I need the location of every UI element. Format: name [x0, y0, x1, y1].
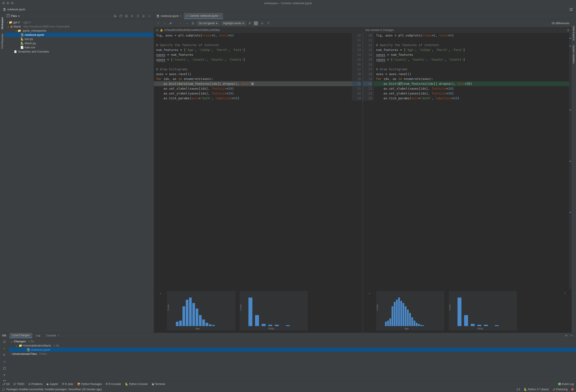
commit-icon[interactable]: ✔	[2, 346, 7, 351]
target-icon[interactable]	[124, 14, 129, 18]
data-explorer-tool-button[interactable]: Data Explorer	[573, 26, 575, 41]
diff-icon[interactable]: ⇄	[2, 360, 7, 364]
tab-console[interactable]: Console ×	[44, 333, 62, 338]
next-change-icon[interactable]: →	[185, 21, 189, 26]
error-indicator-icon[interactable]	[571, 388, 574, 391]
refresh-icon[interactable]	[118, 14, 123, 18]
git-branch-button[interactable]: ⎇ finetuning	[552, 388, 568, 391]
open-external-icon[interactable]	[569, 7, 573, 12]
close-icon[interactable]: ×	[180, 15, 181, 18]
rconsole-tool-button[interactable]: R R Console	[106, 383, 121, 386]
diff-viewer[interactable]: fig, axes = plt.subplots(nrows=2, ncols=…	[154, 33, 572, 289]
window-minimize[interactable]	[7, 2, 9, 4]
gear-icon[interactable]	[260, 21, 264, 26]
tree-item-testpy[interactable]: 🐍 test.py	[4, 37, 154, 41]
tree-item-root[interactable]: › 📁 gpt-2 ~/gpt-2	[4, 20, 154, 24]
chevron-down-icon[interactable]: ⌄	[367, 291, 372, 295]
gear-icon[interactable]	[564, 333, 569, 338]
svg-rect-23	[255, 315, 259, 326]
tree-item-titanic[interactable]: ⌄ ◉ titanic http://localhost:8888 from /…	[4, 24, 154, 28]
prev-diff-icon[interactable]: ↑	[156, 21, 161, 26]
changes-file-notebook[interactable]: 📓 notebook.ipynb	[9, 348, 576, 352]
expand-all-icon[interactable]	[130, 14, 134, 18]
chevron-down-icon[interactable]: ⌄	[11, 340, 13, 343]
r-icon: R	[62, 383, 64, 386]
chevron-down-icon: ▾	[242, 22, 244, 25]
close-icon[interactable]: ×	[58, 334, 59, 337]
minimize-icon[interactable]: —	[147, 14, 151, 18]
python-packages-tool-button[interactable]: 📦 Python Packages	[77, 383, 102, 386]
project-panel-title[interactable]: Files	[11, 15, 17, 18]
problems-tool-button[interactable]: ⊘ Problems	[28, 383, 43, 386]
jupyter-file-icon: 📓	[3, 8, 6, 11]
svg-rect-13	[192, 303, 195, 326]
git-icon: ⎇	[2, 383, 5, 386]
python-console-tool-button[interactable]: 🐍 Python Console	[125, 383, 148, 386]
gear-icon[interactable]	[141, 14, 146, 18]
svg-rect-46	[420, 325, 422, 326]
diff-pane-right[interactable]: 101112 131415 161718 192021 2223 fig, ax…	[363, 33, 572, 289]
hide-tool-windows-icon[interactable]: ▢	[2, 388, 5, 391]
collapse-all-icon[interactable]	[136, 14, 140, 18]
chevron-down-icon[interactable]: ⌄	[158, 291, 163, 295]
window-close[interactable]	[2, 2, 5, 4]
jupyter-tool-button[interactable]: ◉ Jupyter	[46, 383, 58, 386]
diff-pane-left[interactable]: fig, axes = plt.subplots(nrows=2, ncols=…	[154, 33, 363, 289]
interpreter-button[interactable]: 🐍 Python 3.7 (base)	[524, 388, 549, 391]
more-icon[interactable]: ⋮	[563, 291, 567, 295]
error-stripe[interactable]	[569, 33, 572, 289]
ignore-whitespace-select[interactable]: Do not ignore ▾	[197, 21, 219, 26]
changes-root[interactable]: ⌄ Changes 1 file	[9, 339, 576, 343]
change-label: Unversioned Files	[12, 352, 37, 356]
project-tree[interactable]: › 📁 gpt-2 ~/gpt-2 ⌄ ◉ titanic http://loc…	[4, 19, 154, 55]
edit-icon[interactable]	[168, 21, 173, 26]
unversioned-files[interactable]: › Unversioned Files 9 files	[9, 352, 576, 356]
tab-local-changes[interactable]: Local Changes	[9, 333, 32, 338]
changes-path[interactable]: ⌄ 📁 /Users/jetbrains/titanic 1 file	[9, 343, 576, 348]
chevron-down-icon[interactable]: ⌄	[7, 25, 9, 28]
window-maximize[interactable]	[11, 2, 14, 4]
jupyter-folder-icon: ◉	[10, 25, 13, 28]
chevron-down-icon[interactable]: ⌄	[15, 344, 18, 347]
shelve-icon[interactable]	[2, 373, 7, 377]
tree-item-notebook[interactable]: 📓 notebook.ipynb	[4, 33, 154, 37]
code-right[interactable]: fig, axes = plt.subplots(nrows=2, ncols=…	[363, 33, 572, 101]
tool-label: Git	[6, 383, 9, 386]
changelist-icon[interactable]	[2, 366, 7, 370]
rjobs-tool-button[interactable]: R R Jobs	[62, 383, 73, 386]
add-file-icon[interactable]	[113, 14, 117, 18]
chevron-down-icon[interactable]: ▾	[18, 15, 20, 18]
select-value: Highlight words	[223, 22, 241, 25]
prev-change-icon[interactable]: ←	[178, 21, 183, 26]
terminal-tool-button[interactable]: ▣ Terminal	[152, 383, 165, 386]
highlight-mode-select[interactable]: Highlight words ▾	[221, 21, 246, 26]
tree-item-checkpoints[interactable]: › 📁 .ipynb_checkpoints	[4, 28, 154, 33]
chevron-right-icon[interactable]: ›	[11, 352, 11, 356]
chevron-right-icon[interactable]: ›	[7, 21, 8, 24]
breadcrumb-file[interactable]: notebook.ipynb	[7, 8, 25, 11]
collapse-icon[interactable]: ⇵	[248, 21, 252, 26]
sync-scroll-icon[interactable]	[254, 21, 258, 26]
close-icon[interactable]: ×	[219, 14, 221, 17]
tree-item-titanicpy[interactable]: 🐍 titanic.py	[4, 41, 154, 45]
todo-tool-button[interactable]: ☑ TODO	[13, 383, 24, 386]
chevron-right-icon[interactable]: ›	[16, 29, 17, 32]
git-tool-button[interactable]: ⎇ Git	[2, 383, 9, 386]
minimize-icon[interactable]: —	[569, 333, 574, 338]
tab-notebook[interactable]: 📓 notebook.ipynb ×	[154, 13, 184, 19]
tree-item-scratches[interactable]: 📋 Scratches and Consoles	[4, 50, 154, 54]
cursor-position[interactable]: 1:1	[517, 388, 520, 391]
tab-commit[interactable]: ⇄ Commit: notebook.ipynb ×	[184, 13, 223, 19]
code-left[interactable]: fig, axes = plt.subplots(nrows=2, ncols=…	[154, 33, 363, 101]
tab-log[interactable]: Log	[33, 333, 43, 338]
next-diff-icon[interactable]: ↓	[162, 21, 167, 26]
workspace-tool-button[interactable]: Workspace	[1, 17, 3, 29]
list-icon[interactable]	[191, 21, 195, 26]
pull-requests-tool-button[interactable]: Pull Requests	[1, 34, 3, 49]
refresh-icon[interactable]	[2, 340, 7, 344]
event-log-tool-button[interactable]: 3 Event Log	[558, 383, 574, 386]
jupyter-variables-tool-button[interactable]: Jupyter Variables	[573, 45, 575, 63]
help-icon[interactable]: ?	[266, 21, 270, 26]
tree-item-traincsv[interactable]: 📄 train.csv	[4, 45, 154, 50]
rollback-icon[interactable]	[2, 353, 7, 357]
